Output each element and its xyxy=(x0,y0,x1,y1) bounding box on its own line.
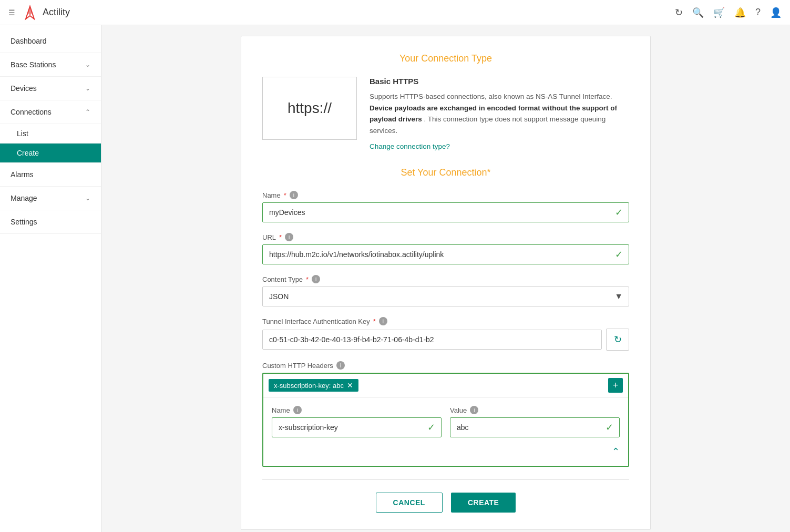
sidebar-item-settings[interactable]: Settings xyxy=(0,210,101,234)
headers-fields-row: Name i ✓ Value xyxy=(272,406,620,437)
custom-headers-label-text: Custom HTTP Headers xyxy=(262,362,333,370)
headers-collapse-button: ⌃ xyxy=(272,442,620,457)
headers-top-bar: x-subscription-key: abc ✕ + xyxy=(263,374,628,397)
custom-headers-info-icon[interactable]: i xyxy=(336,361,345,370)
content-card: Your Connection Type https:// Basic HTTP… xyxy=(241,36,651,530)
sidebar-label-create: Create xyxy=(17,149,39,157)
sidebar-subitem-create[interactable]: Create xyxy=(0,144,101,163)
sidebar-item-dashboard[interactable]: Dashboard xyxy=(0,29,101,53)
sidebar-subitem-list[interactable]: List xyxy=(0,124,101,144)
navbar: ☰ Actility ↻ 🔍 🛒 🔔 ? 👤 xyxy=(0,0,790,25)
url-check-icon: ✓ xyxy=(615,249,623,260)
sidebar-item-base-stations[interactable]: Base Stations ⌄ xyxy=(0,53,101,77)
name-label: Name* i xyxy=(262,191,629,199)
set-connection-title: Set Your Connection* xyxy=(262,167,629,178)
form-group-name: Name* i ✓ xyxy=(262,191,629,222)
cancel-button[interactable]: CANCEL xyxy=(376,493,443,513)
auth-key-input[interactable] xyxy=(262,330,602,350)
connection-type-plain-text: Supports HTTPS-based connections, also k… xyxy=(370,93,612,100)
header-value-info-icon[interactable]: i xyxy=(470,406,478,414)
chevron-down-icon: ⌄ xyxy=(85,85,90,92)
logo: Actility xyxy=(22,4,70,21)
name-label-text: Name xyxy=(262,191,281,199)
sidebar-label-base-stations: Base Stations xyxy=(11,60,56,69)
header-tag-close-icon[interactable]: ✕ xyxy=(347,381,353,390)
sidebar-label-list: List xyxy=(17,129,28,138)
chevron-down-icon: ⌄ xyxy=(85,195,90,202)
sidebar-item-connections[interactable]: Connections ⌃ xyxy=(0,100,101,124)
sidebar-item-alarms[interactable]: Alarms xyxy=(0,163,101,187)
auth-key-required: * xyxy=(373,318,376,325)
form-group-auth-key: Tunnel Interface Authentication Key* i ↻ xyxy=(262,317,629,351)
form-group-url: URL* i ✓ xyxy=(262,233,629,264)
name-input[interactable] xyxy=(262,202,629,222)
change-connection-type-link[interactable]: Change connection type? xyxy=(370,142,450,150)
header-value-input[interactable] xyxy=(450,417,620,437)
brand-name: Actility xyxy=(43,7,70,18)
header-name-check-icon: ✓ xyxy=(427,422,435,433)
header-value-field: Value i ✓ xyxy=(450,406,620,437)
header-name-input[interactable] xyxy=(272,417,442,437)
main-content: Your Connection Type https:// Basic HTTP… xyxy=(101,25,790,532)
create-button[interactable]: CREATE xyxy=(451,493,516,513)
chevron-up-icon: ⌃ xyxy=(85,108,90,116)
connection-type-row: https:// Basic HTTPS Supports HTTPS-base… xyxy=(262,77,629,150)
help-icon[interactable]: ? xyxy=(755,7,761,18)
actility-logo-icon xyxy=(22,4,38,21)
auth-key-row: ↻ xyxy=(262,329,629,351)
https-icon-text: https:// xyxy=(288,100,332,117)
content-type-select-wrapper: JSON XML Text ▼ xyxy=(262,287,629,306)
name-required: * xyxy=(284,191,286,199)
form-group-custom-headers: Custom HTTP Headers i x-subscription-key… xyxy=(262,361,629,467)
connection-type-body: Supports HTTPS-based connections, also k… xyxy=(370,91,629,136)
header-name-field: Name i ✓ xyxy=(272,406,442,437)
sidebar-label-devices: Devices xyxy=(11,84,37,93)
sidebar-item-devices[interactable]: Devices ⌄ xyxy=(0,77,101,100)
content-type-label: Content Type* i xyxy=(262,275,629,283)
sidebar: Dashboard Base Stations ⌄ Devices ⌄ Conn… xyxy=(0,25,101,532)
search-icon[interactable]: 🔍 xyxy=(692,7,704,18)
headers-box: x-subscription-key: abc ✕ + Name i xyxy=(262,373,629,467)
auth-key-input-wrapper xyxy=(262,330,602,350)
custom-headers-label: Custom HTTP Headers i xyxy=(262,361,629,370)
bell-icon[interactable]: 🔔 xyxy=(734,7,746,18)
chevron-down-icon: ⌄ xyxy=(85,61,90,68)
content-type-required: * xyxy=(306,275,309,283)
name-info-icon[interactable]: i xyxy=(290,191,298,199)
add-header-button[interactable]: + xyxy=(608,378,623,393)
cart-icon[interactable]: 🛒 xyxy=(713,7,725,18)
auth-key-info-icon[interactable]: i xyxy=(379,317,387,325)
auth-key-refresh-button[interactable]: ↻ xyxy=(606,329,629,351)
name-input-wrapper: ✓ xyxy=(262,202,629,222)
header-value-label: Value i xyxy=(450,406,620,414)
header-value-input-wrapper: ✓ xyxy=(450,417,620,437)
content-type-select[interactable]: JSON XML Text xyxy=(262,287,629,306)
header-name-info-icon[interactable]: i xyxy=(293,406,302,414)
main-layout: Dashboard Base Stations ⌄ Devices ⌄ Conn… xyxy=(0,25,790,532)
header-name-label: Name i xyxy=(272,406,442,414)
url-input-wrapper: ✓ xyxy=(262,244,629,264)
url-label: URL* i xyxy=(262,233,629,241)
content-type-info-icon[interactable]: i xyxy=(312,275,320,283)
form-group-content-type: Content Type* i JSON XML Text ▼ xyxy=(262,275,629,306)
content-type-label-text: Content Type xyxy=(262,275,303,283)
connection-type-description: Basic HTTPS Supports HTTPS-based connect… xyxy=(370,77,629,150)
connection-type-title: Your Connection Type xyxy=(262,53,629,64)
url-input[interactable] xyxy=(262,244,629,264)
collapse-icon[interactable]: ⌃ xyxy=(612,446,620,457)
headers-expand-area: Name i ✓ Value xyxy=(263,397,628,466)
url-info-icon[interactable]: i xyxy=(285,233,293,241)
sidebar-label-manage: Manage xyxy=(11,194,37,202)
refresh-icon[interactable]: ↻ xyxy=(675,7,683,18)
header-value-check-icon: ✓ xyxy=(606,422,613,433)
sidebar-label-dashboard: Dashboard xyxy=(11,37,47,45)
user-icon[interactable]: 👤 xyxy=(770,7,782,18)
header-tag: x-subscription-key: abc ✕ xyxy=(269,379,358,392)
auth-key-label: Tunnel Interface Authentication Key* i xyxy=(262,317,629,325)
menu-icon[interactable]: ☰ xyxy=(8,8,15,17)
svg-marker-1 xyxy=(28,6,32,16)
footer-buttons: CANCEL CREATE xyxy=(262,479,629,517)
sidebar-item-manage[interactable]: Manage ⌄ xyxy=(0,187,101,210)
sidebar-label-connections: Connections xyxy=(11,108,52,116)
header-tag-text: x-subscription-key: abc xyxy=(274,382,344,390)
